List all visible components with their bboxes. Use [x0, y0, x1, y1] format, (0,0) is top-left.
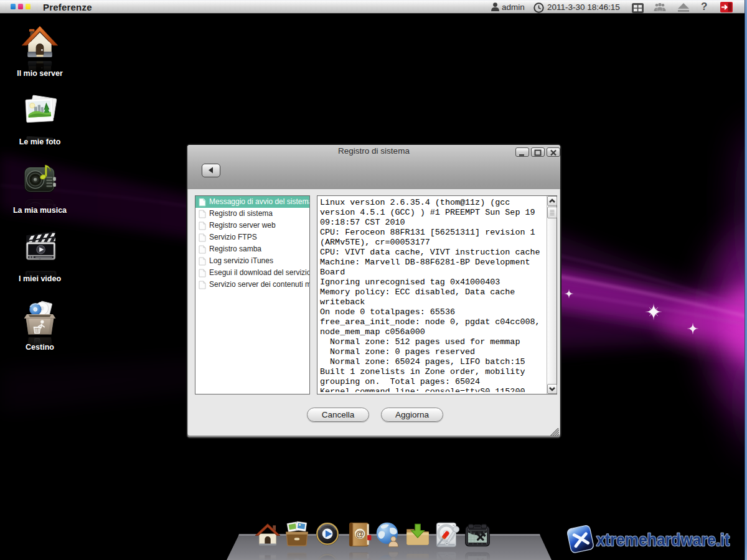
svg-text:@: @: [355, 529, 364, 539]
svg-text:xtremehardware.it: xtremehardware.it: [596, 531, 730, 549]
